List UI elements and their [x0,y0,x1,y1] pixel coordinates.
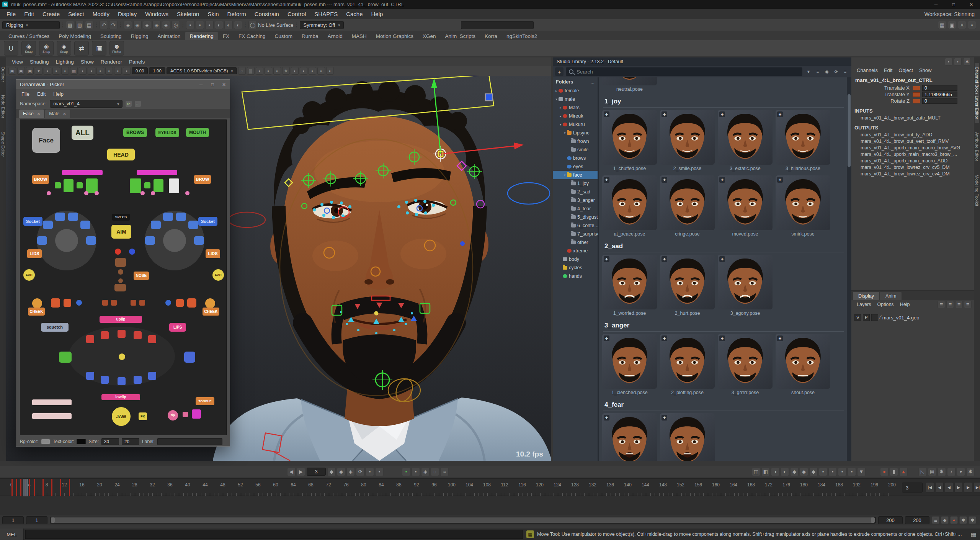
range-slider-handle[interactable] [51,517,875,523]
folder-item-7-surprise[interactable]: 7_surprise [553,230,598,238]
pose-item-1-clenched-pose[interactable]: ✚1_clenched.pose [602,334,657,396]
folder-item-other[interactable]: other [553,238,598,247]
picker-lowlip-slider[interactable]: lowlip [101,394,140,400]
menu-item-main-display[interactable]: Display [114,9,141,19]
flip-pose-icon[interactable]: ◐ [781,468,789,476]
picker-lip-control[interactable] [101,376,109,384]
folder-item-mireuk[interactable]: ▸Mireuk [553,112,598,120]
pose-thumbnail[interactable]: ✚ [602,413,657,461]
picker-brow-block[interactable] [130,178,141,193]
picker-lid-control[interactable] [37,236,47,245]
folder-expand-arrow[interactable]: ▾ [563,131,567,135]
range-slider[interactable] [50,517,876,524]
keyframe-tick[interactable] [34,479,35,496]
picker-cheek-control[interactable] [111,300,117,306]
shelf-tab-fx[interactable]: FX [218,32,234,40]
menu-set-selector[interactable]: Rigging▾ [2,21,60,29]
menu-item-layer-editor-layers[interactable]: Layers [854,300,874,309]
picker-cheek-control[interactable] [32,298,42,308]
pose-apply-icon[interactable]: ✚ [662,256,667,262]
current-frame-field[interactable]: 3 [902,483,923,493]
picker-lid-control[interactable] [68,213,78,221]
picker-slider-bar[interactable] [32,399,72,405]
ik-fk-switch-icon[interactable]: ▪ [848,468,856,476]
folder-item-brows[interactable]: brows [553,154,598,162]
render-icon[interactable]: ◐ [215,21,223,29]
menu-item-picker-help[interactable]: Help [49,89,67,99]
menu-item-viewport-panels[interactable]: Panels [126,57,148,66]
anim-preferences-icon[interactable]: ✱ [959,516,967,524]
picker-cheek-control[interactable] [51,298,60,308]
status-separator[interactable]: ⋮ [119,20,122,29]
picker-face-button[interactable]: Face [32,128,60,153]
status-separator[interactable]: ⋮ [295,20,299,29]
library-search-input[interactable]: Search [566,67,802,76]
menu-item-channel-box-edit[interactable]: Edit [881,66,895,74]
shelf-tab-anim-scripts[interactable]: Anim_Scripts [441,32,480,40]
picker-tongue-control[interactable] [192,409,201,419]
picker-nose-control[interactable] [118,278,123,283]
folder-item-xtreme[interactable]: xtreme [553,247,598,255]
set-key-icon[interactable]: ◆ [941,516,949,524]
command-line-input[interactable] [25,530,523,539]
step-back-button[interactable]: ◀ [935,482,944,493]
status-separator[interactable]: ⋮ [95,20,98,29]
folder-item-frown[interactable]: frown [553,137,598,146]
pose-thumbnail[interactable]: ✚ [660,413,715,461]
menu-item-viewport-show[interactable]: Show [77,57,97,66]
menu-item-main-deform[interactable]: Deform [223,9,250,19]
output-node-mars-v01-4-l-uporb-main-macro-add[interactable]: mars_v01_4:L_uporb_main_macro_ADD [851,157,974,164]
isolate-select-icon[interactable]: ◌ [238,67,246,75]
range-end-grip[interactable] [871,517,875,523]
pose-thumbnail[interactable]: ✚ [718,334,773,389]
menu-item-picker-file[interactable]: File [18,89,33,99]
picker-cheek-control[interactable] [205,298,215,308]
picker-lids-button[interactable]: LIDS [206,249,220,258]
gate-mask-icon[interactable]: ▪ [96,67,104,75]
folder-item-6-conte[interactable]: 6_conte... [553,221,598,230]
pose-thumbnail[interactable]: ✚ [718,175,773,230]
picker-brow-block[interactable] [144,182,150,188]
folder-item-4-fear[interactable]: 4_fear [553,205,598,213]
pose-apply-icon[interactable]: ✚ [719,111,725,117]
minimize-button[interactable]: ─ [927,0,945,9]
picker-brow-dot[interactable] [151,191,155,195]
picker-brow-dot[interactable] [95,191,99,195]
tab-close-icon[interactable]: ✕ [37,112,40,116]
symmetry-selector[interactable]: Symmetry: Off▾ [300,21,344,29]
pose-item-3-agony-pose[interactable]: ✚3_agony.pose [718,255,773,317]
status-separator[interactable]: ⋮ [181,20,185,29]
picker-brow-block[interactable] [154,179,163,192]
next-frame-icon[interactable]: ▶ [297,468,305,476]
shelf-tab-xgen[interactable]: XGen [418,32,441,40]
channel-speed-icon[interactable]: ▪ [954,58,962,65]
folder-item-body[interactable]: body [553,255,598,263]
transfer-arrows-shelf-icon[interactable]: ⇄ [74,41,89,56]
panel-grid-icon[interactable]: ▦ [969,529,978,539]
menu-item-channel-box-show[interactable]: Show [916,66,935,74]
layer-editor-tab-anim[interactable]: Anim [880,292,902,300]
numeric-input-field[interactable] [461,21,534,29]
time-slider[interactable]: 0481216202428323640444852566064687276808… [0,478,980,496]
pose-item-at-peace-pose[interactable]: ✚at_peace.pose [602,175,657,238]
play-forwards-button[interactable]: ▶ [954,482,963,493]
output-node-mars-v01-4-l-uporb-main-macro3-brow[interactable]: mars_v01_4:L_uporb_main_macro3_brow_... [851,151,974,157]
pose-item-moved-pose[interactable]: ✚moved.pose [718,175,773,238]
layer-name[interactable]: mars_v01_4:geo [882,315,920,321]
delete-key-icon[interactable]: ◆ [809,468,818,476]
animation-start-field[interactable]: 1 [2,516,24,524]
picker-cheek-control[interactable] [176,299,184,307]
picker-lid-control[interactable] [188,221,198,229]
pose-thumbnail[interactable]: ✚ [776,175,830,230]
namespace-refresh-icon[interactable]: ⟳ [126,101,132,107]
picker-ear-button[interactable]: EAR [23,269,35,281]
folder-expand-arrow[interactable]: ▾ [563,173,567,177]
channel-settings-icon[interactable]: ✱ [963,58,971,65]
pose-item-shout-pose[interactable]: ✚shout.pose [776,334,830,396]
shelf-tab-ngskintools2[interactable]: ngSkinTools2 [502,32,542,40]
menu-item-viewport-view[interactable]: View [8,57,26,66]
picker-tab-face[interactable]: Face✕ [19,110,44,118]
picker-head-button[interactable]: HEAD [107,149,135,160]
picker-lip-control[interactable] [134,331,142,339]
bg-color-swatch[interactable] [41,439,50,444]
